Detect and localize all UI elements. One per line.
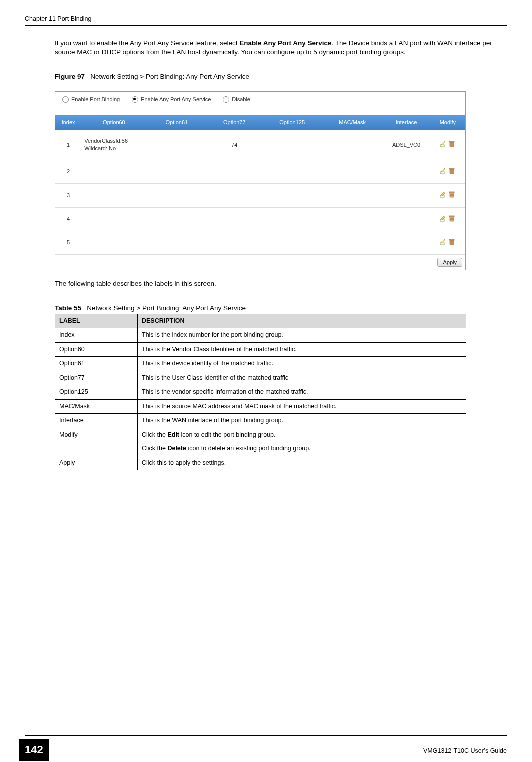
th-modify: Modify xyxy=(430,115,466,130)
cell-modify xyxy=(430,231,466,254)
cell-index: 3 xyxy=(56,184,82,208)
desc-label: Option60 xyxy=(56,342,138,357)
delete-icon[interactable] xyxy=(448,215,456,222)
cell-o61 xyxy=(147,130,207,160)
figure-title: Network Setting > Port Binding: Any Port… xyxy=(90,73,250,80)
edit-icon[interactable] xyxy=(440,215,447,222)
cell-o125 xyxy=(262,160,322,184)
cell-index: 1 xyxy=(56,130,82,160)
cell-ifc xyxy=(382,231,430,254)
cell-o77 xyxy=(207,160,262,184)
cell-mac xyxy=(322,184,382,208)
cell-o125 xyxy=(262,208,322,231)
desc-label: Option125 xyxy=(56,386,138,400)
apply-row: Apply xyxy=(56,255,466,270)
desc-description: This is the device identity of the match… xyxy=(138,357,466,372)
ui-screenshot: Enable Port Binding Enable Any Port Any … xyxy=(55,92,466,270)
th-option77: Option77 xyxy=(207,115,262,130)
desc-row-apply: ApplyClick this to apply the settings. xyxy=(56,456,466,470)
desc-description: This is the WAN interface of the port bi… xyxy=(138,414,466,428)
figure-number: Figure 97 xyxy=(55,73,85,80)
intro-pre: If you want to enable the Any Port Any S… xyxy=(55,40,240,47)
table-row: 1VendorClassId:56 Wildcard: No74ADSL_VC0 xyxy=(56,130,466,160)
edit-icon[interactable] xyxy=(440,238,447,246)
radio-enable-any-port-any-service[interactable]: Enable Any Port Any Service xyxy=(132,96,211,104)
cell-o125 xyxy=(262,184,322,208)
cell-modify xyxy=(430,130,466,160)
edit-icon[interactable] xyxy=(440,140,447,148)
cell-ifc xyxy=(382,208,430,231)
table-row: 2 xyxy=(56,160,466,184)
table-caption: Table 55 Network Setting > Port Binding:… xyxy=(55,304,507,314)
radio-disable[interactable]: Disable xyxy=(223,96,250,104)
desc-row: IndexThis is the index number for the po… xyxy=(56,328,466,343)
desc-label: Apply xyxy=(56,456,138,470)
desc-label: MAC/Mask xyxy=(56,400,138,414)
desc-row-modify: ModifyClick the Edit icon to edit the po… xyxy=(56,428,466,456)
delete-icon[interactable] xyxy=(448,191,456,198)
delete-icon[interactable] xyxy=(448,140,456,148)
cell-o60 xyxy=(82,208,146,231)
cell-o61 xyxy=(147,231,207,254)
cell-o60 xyxy=(82,184,146,208)
th-option125: Option125 xyxy=(262,115,322,130)
cell-o61 xyxy=(147,184,207,208)
apply-button[interactable]: Apply xyxy=(438,258,462,267)
cell-o77 xyxy=(207,231,262,254)
port-binding-table: Index Option60 Option61 Option77 Option1… xyxy=(56,115,466,256)
edit-icon[interactable] xyxy=(440,168,447,174)
desc-description: This is the vendor specific information … xyxy=(138,386,466,400)
page-footer: 142 VMG1312-T10C User’s Guide xyxy=(25,736,507,762)
cell-mac xyxy=(322,208,382,231)
desc-th-description: DESCRIPTION xyxy=(138,314,466,328)
table-row: 3 xyxy=(56,184,466,208)
desc-description: This is the index number for the port bi… xyxy=(138,328,466,343)
th-interface: Interface xyxy=(382,115,430,130)
desc-row: Option61This is the device identity of t… xyxy=(56,357,466,372)
cell-modify xyxy=(430,160,466,184)
desc-description: Click the Edit icon to edit the port bin… xyxy=(138,428,466,456)
cell-o60: VendorClassId:56 Wildcard: No xyxy=(82,130,146,160)
th-option60: Option60 xyxy=(82,115,146,130)
desc-description: This is the Vendor Class Identifier of t… xyxy=(138,342,466,357)
cell-index: 4 xyxy=(56,208,82,231)
desc-label: Option61 xyxy=(56,357,138,372)
desc-header-row: LABEL DESCRIPTION xyxy=(56,314,466,328)
table-header-row: Index Option60 Option61 Option77 Option1… xyxy=(56,115,466,130)
desc-label: Option77 xyxy=(56,371,138,386)
cell-mac xyxy=(322,130,382,160)
delete-icon[interactable] xyxy=(448,168,456,174)
th-mac-mask: MAC/Mask xyxy=(322,115,382,130)
radio-enable-port-binding[interactable]: Enable Port Binding xyxy=(62,96,120,104)
svg-rect-14 xyxy=(450,192,454,193)
cell-o125 xyxy=(262,130,322,160)
svg-rect-2 xyxy=(450,142,454,142)
cell-modify xyxy=(430,184,466,208)
cell-o60 xyxy=(82,160,146,184)
desc-row: InterfaceThis is the WAN interface of th… xyxy=(56,414,466,428)
cell-ifc xyxy=(382,184,430,208)
radio-group: Enable Port Binding Enable Any Port Any … xyxy=(56,92,466,114)
chapter-header: Chapter 11 Port Binding xyxy=(25,15,507,26)
radio-icon xyxy=(223,96,230,103)
edit-icon[interactable] xyxy=(440,191,447,198)
guide-name: VMG1312-T10C User’s Guide xyxy=(424,742,507,756)
th-option61: Option61 xyxy=(147,115,207,130)
table-row: 5 xyxy=(56,231,466,254)
cell-o61 xyxy=(147,208,207,231)
delete-icon[interactable] xyxy=(448,238,456,246)
intro-bold: Enable Any Port Any Service xyxy=(240,40,332,47)
figure-caption: Figure 97 Network Setting > Port Binding… xyxy=(55,72,507,82)
modify-line-delete: Click the Delete icon to delete an exist… xyxy=(142,444,462,454)
desc-row: Option125This is the vendor specific inf… xyxy=(56,386,466,400)
cell-o77: 74 xyxy=(207,130,262,160)
cell-o61 xyxy=(147,160,207,184)
cell-modify xyxy=(430,208,466,231)
page-number: 142 xyxy=(19,740,50,761)
cell-ifc: ADSL_VC0 xyxy=(382,130,430,160)
modify-line-edit: Click the Edit icon to edit the port bin… xyxy=(142,431,462,440)
desc-description: This is the source MAC address and MAC m… xyxy=(138,400,466,414)
desc-label: Index xyxy=(56,328,138,343)
table-row: 4 xyxy=(56,208,466,231)
desc-row: Option77This is the User Class Identifie… xyxy=(56,371,466,386)
